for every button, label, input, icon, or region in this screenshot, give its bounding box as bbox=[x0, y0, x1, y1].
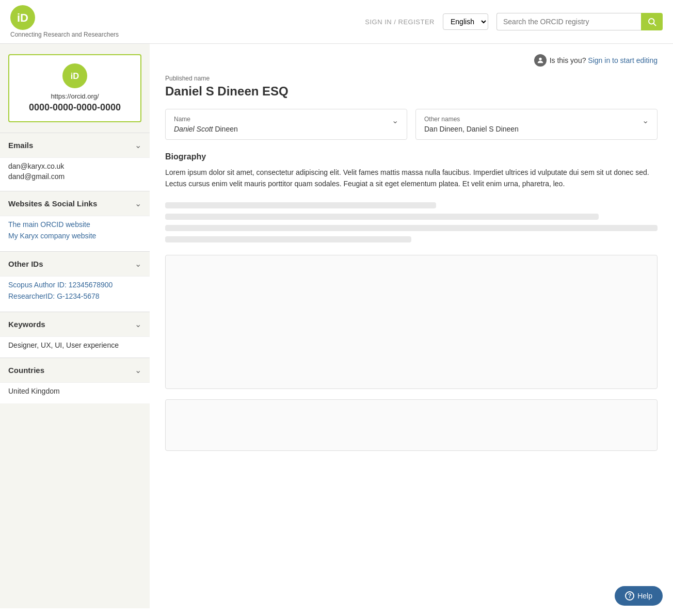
main-content: Is this you? Sign in to start editing Pu… bbox=[150, 44, 673, 608]
other-id-link-1[interactable]: Scopus Author ID: 12345678900 bbox=[8, 281, 141, 289]
svg-text:iD: iD bbox=[17, 11, 28, 24]
keywords-value: Designer, UX, UI, User experience bbox=[8, 341, 119, 349]
is-this-you-text: Is this you? bbox=[550, 56, 586, 64]
emails-section: Emails ⌄ dan@karyx.co.uk dand@gmail.com bbox=[0, 133, 150, 191]
sign-in-edit-link[interactable]: Sign in to start editing bbox=[588, 56, 658, 64]
sign-in-link[interactable]: SIGN IN / REGISTER bbox=[365, 18, 435, 26]
page-header: iD Connecting Research and Researchers S… bbox=[0, 0, 673, 44]
websites-section-body: The main ORCID website My Karyx company … bbox=[0, 216, 150, 251]
keywords-section-body: Designer, UX, UI, User experience bbox=[0, 336, 150, 358]
countries-section-body: United Kingdom bbox=[0, 382, 150, 403]
name-card-value: Daniel Scott Dineen bbox=[174, 125, 238, 133]
website-link-2[interactable]: My Karyx company website bbox=[8, 232, 141, 240]
keywords-section: Keywords ⌄ Designer, UX, UI, User experi… bbox=[0, 312, 150, 358]
websites-section-header[interactable]: Websites & Social Links ⌄ bbox=[0, 191, 150, 216]
help-icon: ? bbox=[625, 591, 634, 601]
orcid-badge-icon: iD bbox=[66, 67, 84, 85]
published-name: Daniel S Dineen ESQ bbox=[165, 84, 658, 99]
name-card-label: Name bbox=[174, 116, 238, 123]
keywords-section-title: Keywords bbox=[8, 320, 45, 329]
other-names-content: Other names Dan Dineen, Daniel S Dineen bbox=[424, 116, 519, 133]
email-item-2: dand@gmail.com bbox=[8, 172, 141, 181]
search-area bbox=[496, 13, 663, 30]
name-card-content: Name Daniel Scott Dineen bbox=[174, 116, 238, 133]
account-icon bbox=[534, 54, 547, 67]
svg-line-3 bbox=[653, 23, 655, 25]
skeleton-bar-1 bbox=[165, 202, 436, 208]
biography-title: Biography bbox=[165, 152, 658, 161]
language-selector[interactable]: English bbox=[443, 13, 488, 30]
skeleton-bar-2 bbox=[165, 214, 599, 220]
search-icon bbox=[647, 17, 656, 26]
name-first: Daniel Scott bbox=[174, 125, 213, 133]
help-button-label: Help bbox=[637, 592, 652, 600]
emails-section-body: dan@karyx.co.uk dand@gmail.com bbox=[0, 157, 150, 191]
emails-section-header[interactable]: Emails ⌄ bbox=[0, 133, 150, 157]
search-button[interactable] bbox=[641, 13, 663, 30]
sidebar: iD https://orcid.org/ 0000-0000-0000-000… bbox=[0, 44, 150, 608]
orcid-logo-svg: iD bbox=[10, 5, 35, 30]
countries-chevron-icon: ⌄ bbox=[135, 365, 141, 375]
websites-chevron-icon: ⌄ bbox=[135, 199, 141, 208]
help-button[interactable]: ? Help bbox=[615, 586, 663, 606]
other-ids-section-header[interactable]: Other IDs ⌄ bbox=[0, 252, 150, 276]
skeleton-bar-4 bbox=[165, 236, 411, 242]
other-ids-chevron-icon: ⌄ bbox=[135, 259, 141, 269]
other-names-label: Other names bbox=[424, 116, 519, 123]
other-ids-section-body: Scopus Author ID: 12345678900 Researcher… bbox=[0, 276, 150, 312]
countries-section-header[interactable]: Countries ⌄ bbox=[0, 358, 150, 382]
emails-section-title: Emails bbox=[8, 141, 33, 150]
biography-text: Lorem ipsum dolor sit amet, consectetur … bbox=[165, 167, 658, 190]
logo-tagline: Connecting Research and Researchers bbox=[10, 31, 119, 38]
countries-section: Countries ⌄ United Kingdom bbox=[0, 358, 150, 403]
is-this-you-bar: Is this you? Sign in to start editing bbox=[165, 54, 658, 67]
email-item-1: dan@karyx.co.uk bbox=[8, 162, 141, 170]
published-name-label: Published name bbox=[165, 75, 658, 82]
search-input[interactable] bbox=[496, 13, 641, 30]
biography-section: Biography Lorem ipsum dolor sit amet, co… bbox=[165, 152, 658, 190]
svg-point-6 bbox=[539, 58, 541, 60]
header-right: SIGN IN / REGISTER English bbox=[365, 13, 663, 30]
name-last: Dineen bbox=[215, 125, 237, 133]
websites-section: Websites & Social Links ⌄ The main ORCID… bbox=[0, 191, 150, 251]
country-value: United Kingdom bbox=[8, 387, 60, 395]
person-icon bbox=[536, 56, 544, 64]
keywords-section-header[interactable]: Keywords ⌄ bbox=[0, 312, 150, 336]
orcid-id-box: iD https://orcid.org/ 0000-0000-0000-000… bbox=[8, 54, 141, 122]
countries-section-title: Countries bbox=[8, 366, 44, 375]
other-ids-section: Other IDs ⌄ Scopus Author ID: 1234567890… bbox=[0, 251, 150, 312]
orcid-logo: iD bbox=[10, 5, 119, 30]
other-names-value: Dan Dineen, Daniel S Dineen bbox=[424, 125, 519, 133]
orcid-number: 0000-0000-0000-0000 bbox=[18, 102, 132, 113]
orcid-url: https://orcid.org/ bbox=[18, 92, 132, 100]
name-card: Name Daniel Scott Dineen ⌄ bbox=[165, 109, 407, 140]
svg-text:iD: iD bbox=[71, 71, 79, 80]
other-id-link-2[interactable]: ResearcherID: G-1234-5678 bbox=[8, 292, 141, 300]
skeleton-bar-3 bbox=[165, 225, 658, 231]
other-ids-section-title: Other IDs bbox=[8, 260, 43, 268]
emails-chevron-icon: ⌄ bbox=[135, 140, 141, 150]
keywords-chevron-icon: ⌄ bbox=[135, 319, 141, 329]
other-names-chevron-icon: ⌄ bbox=[642, 116, 649, 125]
page-layout: iD https://orcid.org/ 0000-0000-0000-000… bbox=[0, 44, 673, 608]
websites-section-title: Websites & Social Links bbox=[8, 199, 97, 208]
content-section-box-2 bbox=[165, 399, 658, 451]
name-card-chevron-icon: ⌄ bbox=[392, 116, 398, 125]
content-section-box-1 bbox=[165, 255, 658, 389]
orcid-id-icon: iD bbox=[62, 63, 87, 88]
website-link-1[interactable]: The main ORCID website bbox=[8, 220, 141, 229]
logo-area: iD Connecting Research and Researchers bbox=[10, 5, 119, 38]
skeleton-bars bbox=[165, 202, 658, 242]
name-cards: Name Daniel Scott Dineen ⌄ Other names D… bbox=[165, 109, 658, 140]
other-names-card: Other names Dan Dineen, Daniel S Dineen … bbox=[415, 109, 658, 140]
